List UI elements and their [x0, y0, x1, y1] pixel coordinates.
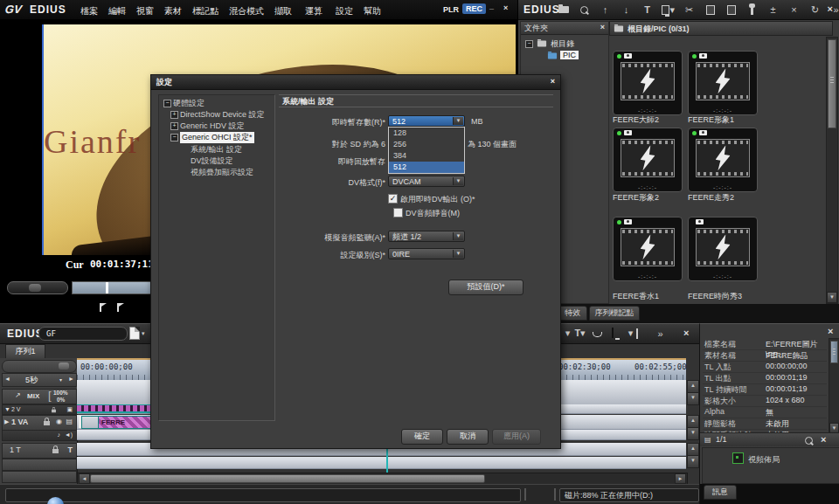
chevron-down-icon[interactable]: ▼	[453, 250, 463, 258]
tree-collapse-icon[interactable]: −	[170, 134, 178, 142]
menu-file[interactable]: 檔案	[80, 5, 98, 17]
scroll-up-icon[interactable]: ▲	[687, 380, 699, 393]
zoom-grip[interactable]	[59, 362, 69, 369]
apply-button[interactable]: 應用(A)	[492, 429, 541, 445]
close-button[interactable]: ×	[503, 3, 508, 12]
import-icon[interactable]: ↓	[620, 3, 633, 17]
clip-thumbnail[interactable]: -:-:-:-	[613, 217, 683, 281]
menu-clip[interactable]: 素材	[164, 5, 182, 17]
dropdown-option-256[interactable]: 256	[389, 139, 464, 150]
scroll-down-icon[interactable]: ▼	[827, 292, 837, 303]
default-button[interactable]: 預設值(D)*	[448, 280, 524, 295]
cut-icon[interactable]: ✂	[683, 3, 696, 17]
scale-caret-icon[interactable]: ▾	[59, 376, 62, 383]
bin-scrollbar-thumb[interactable]	[828, 39, 836, 128]
shuttle-grip[interactable]	[29, 284, 41, 292]
refresh-icon[interactable]: ↻	[808, 3, 822, 17]
footer-close-icon[interactable]: ×	[821, 434, 826, 445]
shuttle-slider[interactable]	[7, 281, 68, 294]
timescale-control[interactable]: ◄ 5秒 ▾ ►	[2, 373, 77, 387]
chevron-down-icon[interactable]: ▼	[453, 117, 463, 125]
film-icon[interactable]: ▤	[66, 418, 73, 425]
title-tool-icon[interactable]: T	[641, 3, 654, 17]
clip-thumbnail[interactable]: -:-:-:-	[688, 51, 758, 115]
clip-strip-2v[interactable]	[77, 404, 150, 413]
menu-help[interactable]: 幫助	[364, 5, 381, 17]
scroll-up-icon[interactable]: ▲	[687, 443, 699, 456]
scroll-right-icon[interactable]: ►	[675, 473, 686, 484]
display-caret-icon[interactable]: ▾	[624, 327, 637, 340]
dropdown-option-384[interactable]: 384	[389, 150, 464, 162]
tree-system-output[interactable]: 系統/輸出 設定	[191, 144, 242, 155]
cancel-button[interactable]: 取消	[447, 429, 489, 445]
ferre-clip[interactable]: FERRE	[98, 416, 152, 429]
monitor-icon[interactable]: ▾	[662, 3, 675, 17]
eye-icon[interactable]: ◉	[56, 418, 62, 425]
tab-effects[interactable]: 特效	[558, 306, 587, 321]
overwrite-icon[interactable]: ±	[766, 3, 780, 17]
properties-close-icon[interactable]: ×	[828, 326, 833, 336]
lock-icon[interactable]	[52, 449, 59, 453]
dropdown-option-512[interactable]: 512	[389, 162, 464, 173]
video-layout-item[interactable]: 視頻佈局	[748, 454, 780, 466]
bin-scrollbar[interactable]: ▼	[826, 37, 838, 304]
grid-icon[interactable]	[636, 329, 638, 338]
timeline-close-icon[interactable]: ×	[683, 328, 689, 338]
timeline-zoom-slider[interactable]	[2, 360, 77, 373]
clip-thumbnail[interactable]: -:-:-:-	[688, 217, 758, 281]
scroll-up-icon[interactable]: ▲	[687, 415, 699, 428]
clip-thumbnail[interactable]: -:-:-:-	[688, 128, 758, 192]
clip-thumbnail[interactable]: -:-:-:-	[613, 128, 683, 192]
hscrollbar-thumb[interactable]	[90, 474, 485, 483]
scroll-down-icon[interactable]: ▼	[687, 392, 699, 405]
menu-marker[interactable]: 標記點	[192, 5, 218, 17]
dialog-close-icon[interactable]: ×	[551, 77, 555, 86]
track-header-1t[interactable]: 1 T T	[2, 443, 77, 459]
dv-out-checkbox[interactable]: ✓	[388, 194, 398, 204]
speaker-icon[interactable]: ◄)	[65, 432, 73, 438]
waveform-icon[interactable]: ♪	[58, 432, 61, 438]
title-track-icon[interactable]: T	[68, 445, 73, 454]
search-icon[interactable]	[578, 3, 591, 17]
root-folder-label[interactable]: 根目錄	[551, 38, 574, 50]
gray-clip[interactable]	[81, 416, 100, 429]
menu-render[interactable]: 運算	[305, 5, 322, 17]
properties-scrollbar[interactable]: ▼	[829, 338, 839, 434]
scale-left-icon[interactable]: ◄	[4, 376, 10, 382]
clip-thumbnail[interactable]: -:-:-:-	[613, 51, 683, 115]
scroll-down-icon[interactable]: ▼	[687, 427, 699, 440]
new-sequence-caret-icon[interactable]: ▾	[142, 330, 145, 337]
tree-generic-hdv[interactable]: Generic HDV 設定	[180, 121, 245, 132]
link-icon[interactable]: ↗	[15, 391, 21, 399]
tree-directshow[interactable]: DirectShow Device 設定	[180, 109, 265, 121]
scale-right-icon[interactable]: ►	[68, 376, 74, 382]
paste-icon[interactable]	[725, 3, 738, 17]
panel-icon[interactable]: ▣	[66, 406, 73, 413]
lock-icon[interactable]	[52, 410, 56, 413]
tab-sequence-markers[interactable]: 序列標記點	[589, 306, 640, 321]
new-sequence-icon[interactable]	[129, 327, 140, 340]
menu-view[interactable]: 視窗	[136, 5, 154, 17]
audio-subrow[interactable]: ♪ ◄)	[2, 430, 77, 441]
tree-collapse-icon[interactable]: −	[163, 100, 171, 107]
audio-monitor-combobox[interactable]: 頻道 1/2▼	[388, 231, 465, 242]
menu-settings[interactable]: 設定	[336, 5, 353, 17]
tree-dv-device[interactable]: DV設備設定	[191, 155, 233, 167]
title-tool-icon[interactable]: T▾	[573, 327, 586, 340]
tree-video-overlay[interactable]: 視頻疊加顯示設定	[191, 167, 253, 178]
lock-icon[interactable]	[44, 421, 50, 425]
pic-folder-label[interactable]: PIC	[560, 51, 579, 59]
folder-panel-close-icon[interactable]: ×	[600, 23, 605, 31]
buffer-combobox[interactable]: 512▼	[388, 115, 465, 127]
tree-expand-icon[interactable]: +	[170, 111, 178, 119]
mark-out-icon[interactable]	[117, 303, 119, 312]
toolbar-caret-icon[interactable]: ▾	[561, 327, 574, 340]
tree-expand-icon[interactable]: +	[170, 122, 178, 130]
copy-icon[interactable]	[704, 3, 717, 17]
tab-sequence1[interactable]: 序列1	[5, 344, 45, 358]
pin-icon[interactable]	[745, 3, 759, 17]
menu-capture[interactable]: 擷取	[274, 5, 292, 17]
bin-close-icon[interactable]: ×	[828, 3, 833, 14]
timeline-hscrollbar[interactable]: ◄ ►	[77, 473, 688, 485]
tree-generic-ohci[interactable]: Generic OHCI 設定*	[180, 132, 254, 143]
